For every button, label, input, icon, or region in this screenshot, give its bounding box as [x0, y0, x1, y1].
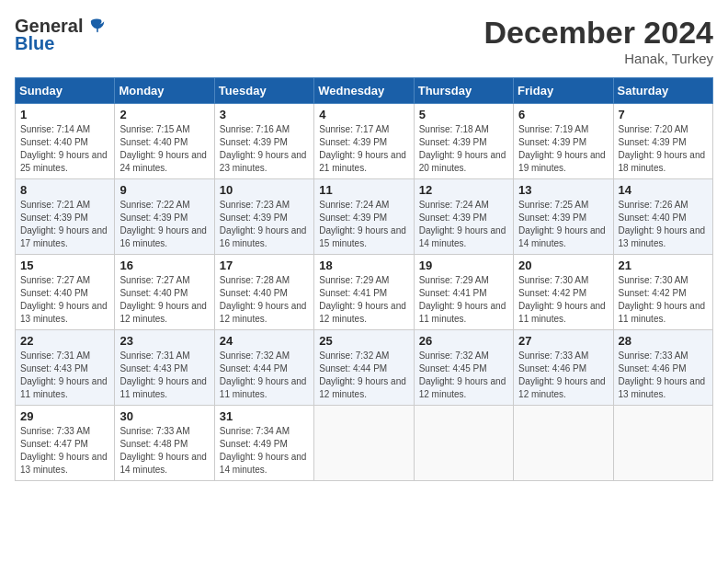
day-number: 20	[518, 259, 608, 272]
page-header: General Blue December 2024 Hanak, Turkey	[15, 15, 713, 66]
day-number: 21	[619, 259, 708, 272]
day-info: Sunrise: 7:28 AM Sunset: 4:40 PM Dayligh…	[220, 274, 309, 326]
day-info: Sunrise: 7:33 AM Sunset: 4:46 PM Dayligh…	[619, 350, 708, 401]
month-title: December 2024	[483, 15, 713, 51]
day-number: 23	[119, 334, 209, 348]
day-info: Sunrise: 7:15 AM Sunset: 4:40 PM Dayligh…	[119, 123, 209, 175]
calendar-day-cell: 4 Sunrise: 7:17 AM Sunset: 4:39 PM Dayli…	[314, 104, 414, 179]
calendar-day-cell: 6 Sunrise: 7:19 AM Sunset: 4:39 PM Dayli…	[514, 104, 613, 179]
day-number: 6	[518, 108, 608, 121]
day-number: 13	[518, 183, 608, 197]
weekday-header: Monday	[115, 78, 214, 104]
logo: General Blue	[15, 15, 108, 54]
calendar-day-cell: 10 Sunrise: 7:23 AM Sunset: 4:39 PM Dayl…	[214, 179, 313, 255]
day-info: Sunrise: 7:29 AM Sunset: 4:41 PM Dayligh…	[419, 274, 508, 326]
title-block: December 2024 Hanak, Turkey	[483, 15, 713, 66]
calendar-day-cell: 30 Sunrise: 7:33 AM Sunset: 4:48 PM Dayl…	[115, 406, 214, 481]
calendar-day-cell: 21 Sunrise: 7:30 AM Sunset: 4:42 PM Dayl…	[613, 255, 712, 330]
day-info: Sunrise: 7:32 AM Sunset: 4:44 PM Dayligh…	[319, 350, 408, 401]
day-number: 8	[20, 183, 109, 197]
calendar-day-cell: 17 Sunrise: 7:28 AM Sunset: 4:40 PM Dayl…	[214, 255, 313, 330]
day-number: 18	[319, 259, 408, 272]
day-number: 3	[220, 108, 309, 121]
calendar-day-cell: 13 Sunrise: 7:25 AM Sunset: 4:39 PM Dayl…	[514, 179, 613, 255]
weekday-header: Thursday	[414, 78, 513, 104]
day-info: Sunrise: 7:24 AM Sunset: 4:39 PM Dayligh…	[419, 199, 508, 250]
calendar-day-cell	[613, 406, 712, 481]
day-info: Sunrise: 7:26 AM Sunset: 4:40 PM Dayligh…	[619, 199, 708, 250]
weekday-header: Sunday	[16, 78, 115, 104]
day-info: Sunrise: 7:18 AM Sunset: 4:39 PM Dayligh…	[419, 123, 508, 175]
day-number: 25	[319, 334, 408, 348]
weekday-header: Saturday	[613, 78, 712, 104]
calendar-day-cell: 3 Sunrise: 7:16 AM Sunset: 4:39 PM Dayli…	[214, 104, 313, 179]
day-info: Sunrise: 7:32 AM Sunset: 4:45 PM Dayligh…	[419, 350, 508, 401]
day-number: 9	[119, 183, 209, 197]
calendar-day-cell: 20 Sunrise: 7:30 AM Sunset: 4:42 PM Dayl…	[514, 255, 613, 330]
day-number: 2	[119, 108, 209, 121]
calendar-week-row: 22 Sunrise: 7:31 AM Sunset: 4:43 PM Dayl…	[16, 330, 713, 406]
calendar-day-cell: 7 Sunrise: 7:20 AM Sunset: 4:39 PM Dayli…	[613, 104, 712, 179]
calendar-week-row: 29 Sunrise: 7:33 AM Sunset: 4:47 PM Dayl…	[16, 406, 713, 481]
calendar-day-cell	[414, 406, 513, 481]
day-number: 16	[119, 259, 209, 272]
day-info: Sunrise: 7:30 AM Sunset: 4:42 PM Dayligh…	[518, 274, 608, 326]
day-number: 28	[619, 334, 708, 348]
calendar-day-cell	[514, 406, 613, 481]
calendar-week-row: 8 Sunrise: 7:21 AM Sunset: 4:39 PM Dayli…	[16, 179, 713, 255]
day-info: Sunrise: 7:30 AM Sunset: 4:42 PM Dayligh…	[619, 274, 708, 326]
day-number: 4	[319, 108, 408, 121]
calendar-day-cell: 16 Sunrise: 7:27 AM Sunset: 4:40 PM Dayl…	[115, 255, 214, 330]
day-info: Sunrise: 7:17 AM Sunset: 4:39 PM Dayligh…	[319, 123, 408, 175]
calendar-week-row: 15 Sunrise: 7:27 AM Sunset: 4:40 PM Dayl…	[16, 255, 713, 330]
calendar-day-cell: 9 Sunrise: 7:22 AM Sunset: 4:39 PM Dayli…	[115, 179, 214, 255]
day-number: 14	[619, 183, 708, 197]
day-info: Sunrise: 7:27 AM Sunset: 4:40 PM Dayligh…	[119, 274, 209, 326]
day-number: 12	[419, 183, 508, 197]
calendar-day-cell: 19 Sunrise: 7:29 AM Sunset: 4:41 PM Dayl…	[414, 255, 513, 330]
calendar-day-cell: 26 Sunrise: 7:32 AM Sunset: 4:45 PM Dayl…	[414, 330, 513, 406]
day-info: Sunrise: 7:20 AM Sunset: 4:39 PM Dayligh…	[619, 123, 708, 175]
calendar-day-cell: 8 Sunrise: 7:21 AM Sunset: 4:39 PM Dayli…	[16, 179, 115, 255]
calendar-day-cell: 28 Sunrise: 7:33 AM Sunset: 4:46 PM Dayl…	[613, 330, 712, 406]
day-number: 5	[419, 108, 508, 121]
calendar-week-row: 1 Sunrise: 7:14 AM Sunset: 4:40 PM Dayli…	[16, 104, 713, 179]
logo-bird-icon	[86, 15, 108, 37]
calendar-day-cell: 12 Sunrise: 7:24 AM Sunset: 4:39 PM Dayl…	[414, 179, 513, 255]
day-number: 1	[20, 108, 109, 121]
calendar-day-cell: 25 Sunrise: 7:32 AM Sunset: 4:44 PM Dayl…	[314, 330, 414, 406]
day-info: Sunrise: 7:33 AM Sunset: 4:47 PM Dayligh…	[20, 425, 109, 477]
day-info: Sunrise: 7:19 AM Sunset: 4:39 PM Dayligh…	[518, 123, 608, 175]
day-info: Sunrise: 7:31 AM Sunset: 4:43 PM Dayligh…	[119, 350, 209, 401]
weekday-header: Tuesday	[214, 78, 313, 104]
day-info: Sunrise: 7:23 AM Sunset: 4:39 PM Dayligh…	[220, 199, 309, 250]
calendar-header-row: SundayMondayTuesdayWednesdayThursdayFrid…	[16, 78, 713, 104]
day-info: Sunrise: 7:22 AM Sunset: 4:39 PM Dayligh…	[119, 199, 209, 250]
day-number: 29	[20, 409, 109, 423]
calendar-day-cell: 27 Sunrise: 7:33 AM Sunset: 4:46 PM Dayl…	[514, 330, 613, 406]
day-number: 24	[220, 334, 309, 348]
calendar-day-cell: 15 Sunrise: 7:27 AM Sunset: 4:40 PM Dayl…	[16, 255, 115, 330]
calendar-table: SundayMondayTuesdayWednesdayThursdayFrid…	[15, 77, 713, 481]
day-number: 10	[220, 183, 309, 197]
logo-blue-text: Blue	[15, 33, 54, 54]
calendar-day-cell: 1 Sunrise: 7:14 AM Sunset: 4:40 PM Dayli…	[16, 104, 115, 179]
weekday-header: Wednesday	[314, 78, 414, 104]
day-info: Sunrise: 7:32 AM Sunset: 4:44 PM Dayligh…	[220, 350, 309, 401]
weekday-header: Friday	[514, 78, 613, 104]
calendar-day-cell	[314, 406, 414, 481]
day-number: 26	[419, 334, 508, 348]
day-info: Sunrise: 7:27 AM Sunset: 4:40 PM Dayligh…	[20, 274, 109, 326]
day-number: 22	[20, 334, 109, 348]
day-info: Sunrise: 7:33 AM Sunset: 4:46 PM Dayligh…	[518, 350, 608, 401]
day-number: 19	[419, 259, 508, 272]
day-number: 31	[220, 409, 309, 423]
location-title: Hanak, Turkey	[483, 51, 713, 66]
day-number: 27	[518, 334, 608, 348]
day-info: Sunrise: 7:24 AM Sunset: 4:39 PM Dayligh…	[319, 199, 408, 250]
calendar-day-cell: 31 Sunrise: 7:34 AM Sunset: 4:49 PM Dayl…	[214, 406, 313, 481]
day-info: Sunrise: 7:33 AM Sunset: 4:48 PM Dayligh…	[119, 425, 209, 477]
calendar-day-cell: 29 Sunrise: 7:33 AM Sunset: 4:47 PM Dayl…	[16, 406, 115, 481]
calendar-day-cell: 24 Sunrise: 7:32 AM Sunset: 4:44 PM Dayl…	[214, 330, 313, 406]
day-info: Sunrise: 7:29 AM Sunset: 4:41 PM Dayligh…	[319, 274, 408, 326]
